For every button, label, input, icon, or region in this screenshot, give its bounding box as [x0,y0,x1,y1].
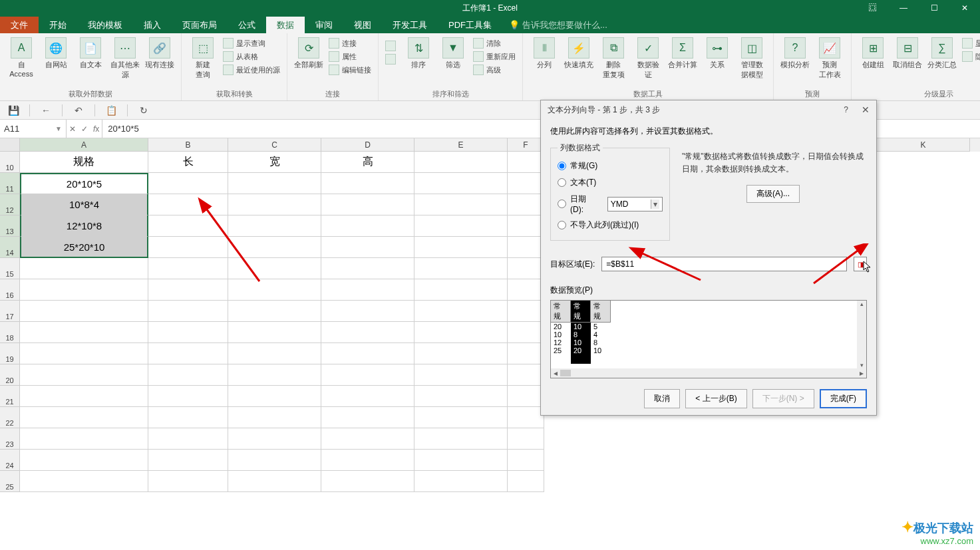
cell-b14[interactable] [148,237,228,258]
btn-forecast-sheet[interactable]: 📈预测 工作表 [812,36,847,81]
cell-a12[interactable]: 10*8*4 [20,194,148,215]
close-window-icon[interactable]: ✕ [949,0,980,17]
btn-connections[interactable]: 连接 [326,37,374,49]
btn-refresh-all[interactable]: ⟳全部刷新 [291,36,326,71]
btn-new-query[interactable]: ⬚新建 查询 [186,36,220,81]
cell-b24[interactable] [148,450,228,471]
cell-b13[interactable] [148,215,228,237]
enter-formula-icon[interactable]: ✓ [81,124,88,134]
radio-date[interactable]: 日期(D): YMD▾ [558,191,663,217]
cell-a24[interactable] [20,450,148,471]
row-header-10[interactable]: 10 [0,152,20,173]
cell-a16[interactable] [20,279,148,301]
cell-b18[interactable] [148,322,228,343]
cell-e24[interactable] [414,450,508,471]
cell-d23[interactable] [321,428,414,450]
tell-me-input[interactable]: 💡 告诉我您想要做什么... [509,17,607,33]
cell-c20[interactable] [228,364,321,386]
row-header-24[interactable]: 24 [0,450,20,471]
cell-c14[interactable] [228,237,321,258]
btn-data-validation[interactable]: ✓数据验 证 [631,36,665,81]
cell-f12[interactable] [508,194,544,215]
row-header-15[interactable]: 15 [0,258,20,279]
minimize-icon[interactable]: — [888,0,919,17]
cell-f25[interactable] [508,471,544,492]
cell-f15[interactable] [508,258,544,279]
radio-skip[interactable]: 不导入此列(跳过)(I) [558,217,663,233]
cell-a10[interactable]: 规格 [20,152,148,173]
cell-e16[interactable] [414,279,508,301]
cell-d25[interactable] [321,471,414,492]
btn-existing-conn[interactable]: 🔗现有连接 [142,36,177,71]
cell-a13[interactable]: 12*10*8 [20,215,148,237]
fx-icon[interactable]: fx [93,124,99,134]
row-header-21[interactable]: 21 [0,386,20,407]
cell-b21[interactable] [148,386,228,407]
cell-e19[interactable] [414,343,508,364]
cell-d15[interactable] [321,258,414,279]
cell-c15[interactable] [228,258,321,279]
row-header-14[interactable]: 14 [0,237,20,258]
col-header-b[interactable]: B [148,138,228,152]
cell-a25[interactable] [20,471,148,492]
repeat-icon[interactable]: ↻ [137,104,150,117]
cell-e13[interactable] [414,215,508,237]
tab-view[interactable]: 视图 [343,17,382,33]
cell-b12[interactable] [148,194,228,215]
cell-c10[interactable]: 宽 [228,152,321,173]
cancel-formula-icon[interactable]: ✕ [69,124,76,134]
cell-a23[interactable] [20,428,148,450]
cell-b15[interactable] [148,258,228,279]
cell-b23[interactable] [148,428,228,450]
cell-b17[interactable] [148,301,228,322]
advanced-button[interactable]: 高级(A)... [746,185,800,203]
btn-from-web[interactable]: 🌐自网站 [39,36,73,71]
btn-sort[interactable]: ⇅排序 [401,36,436,71]
cell-d11[interactable] [321,173,414,194]
tab-insert[interactable]: 插入 [133,17,172,33]
cell-c24[interactable] [228,450,321,471]
cell-f11[interactable] [508,173,544,194]
cell-f10[interactable] [508,152,544,173]
cell-a18[interactable] [20,322,148,343]
cell-f13[interactable] [508,215,544,237]
cell-e10[interactable] [414,152,508,173]
tab-developer[interactable]: 开发工具 [382,17,438,33]
tab-home[interactable]: 开始 [39,17,77,33]
cancel-button[interactable]: 取消 [644,389,680,408]
undo-back-icon[interactable]: ← [39,104,53,117]
btn-manage-model[interactable]: ◫管理数 据模型 [735,36,769,81]
cell-d14[interactable] [321,237,414,258]
cell-c22[interactable] [228,407,321,428]
cell-c11[interactable] [228,173,321,194]
cell-d19[interactable] [321,343,414,364]
btn-flash-fill[interactable]: ⚡快速填充 [562,36,596,71]
cell-e18[interactable] [414,322,508,343]
radio-date-input[interactable] [558,200,566,208]
radio-general[interactable]: 常规(G) [558,158,663,174]
btn-properties[interactable]: 属性 [326,51,374,63]
btn-subtotal[interactable]: ∑分类汇总 [925,36,959,71]
cell-b22[interactable] [148,407,228,428]
row-header-19[interactable]: 19 [0,343,20,364]
btn-advanced-filter[interactable]: 高级 [470,64,518,76]
row-header-22[interactable]: 22 [0,407,20,428]
collapse-dialog-button[interactable]: ◨ [854,257,867,271]
cell-d24[interactable] [321,450,414,471]
finish-button[interactable]: 完成(F) [820,389,867,408]
cell-b19[interactable] [148,343,228,364]
scroll-right-icon[interactable]: ▸ [857,368,866,378]
tab-data[interactable]: 数据 [266,17,305,33]
undo-icon[interactable]: ↶ [72,104,85,117]
cell-c19[interactable] [228,343,321,364]
radio-text[interactable]: 文本(T) [558,174,663,191]
cell-c21[interactable] [228,386,321,407]
ribbon-options-icon[interactable]: ⿴ [858,0,888,17]
tab-review[interactable]: 审阅 [305,17,343,33]
btn-edit-links[interactable]: 编辑链接 [326,64,374,76]
cell-c13[interactable] [228,215,321,237]
cell-e23[interactable] [414,428,508,450]
cell-e25[interactable] [414,471,508,492]
cell-e20[interactable] [414,364,508,386]
btn-sort-za[interactable] [383,53,401,65]
